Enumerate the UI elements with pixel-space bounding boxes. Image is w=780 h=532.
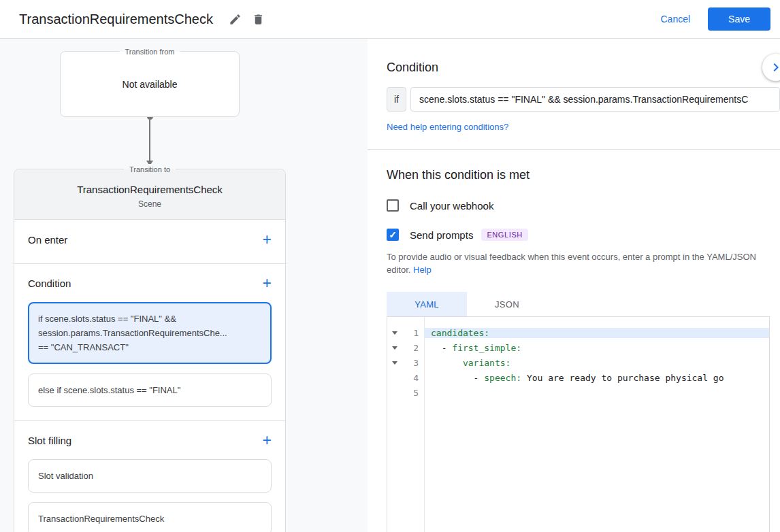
- fold-toggle[interactable]: [387, 346, 402, 350]
- editor-line[interactable]: 5: [387, 385, 769, 400]
- webhook-checkbox[interactable]: [387, 199, 399, 212]
- editor-line[interactable]: 3 variants:: [387, 355, 769, 370]
- actions-group: Cancel Save: [660, 7, 770, 31]
- conditions-help-link[interactable]: Need help entering conditions?: [387, 122, 508, 132]
- transition-to-label: Transition to: [124, 164, 176, 175]
- yaml-key-token: candidates:: [431, 328, 489, 338]
- fold-arrow-icon[interactable]: [392, 346, 397, 350]
- yaml-text-token: -: [431, 343, 452, 353]
- fold-toggle[interactable]: [387, 331, 402, 335]
- add-slot-button[interactable]: +: [263, 433, 272, 448]
- code-line-content[interactable]: - first_simple:: [424, 343, 769, 353]
- save-button[interactable]: Save: [708, 7, 770, 31]
- slot-item-list: Slot validationTransactionRequirementsCh…: [28, 459, 272, 532]
- editor-line[interactable]: 4 - speech: You are ready to purchase ph…: [387, 370, 769, 385]
- cancel-button[interactable]: Cancel: [660, 14, 690, 24]
- condition-panel: Condition if Need help entering conditio…: [368, 39, 780, 532]
- transition-from-box: Transition from Not available: [60, 51, 240, 117]
- scene-card-header[interactable]: TransactionRequirementsCheck Scene: [14, 169, 285, 220]
- arrow-line: [149, 120, 150, 161]
- editor-line[interactable]: 2 - first_simple:: [387, 340, 769, 355]
- condition-section: Condition + if scene.slots.status == "FI…: [14, 264, 285, 421]
- transition-from-value: Not available: [123, 79, 178, 90]
- transition-from-label: Transition from: [120, 46, 180, 57]
- editor-line-list: 1candidates:2 - first_simple:3 variants:…: [387, 325, 769, 400]
- send-prompts-label: Send prompts: [410, 229, 473, 241]
- line-number: 4: [402, 373, 424, 383]
- webhook-row[interactable]: Call your webhook: [387, 199, 780, 212]
- condition-heading: Condition: [387, 61, 780, 75]
- code-line-content[interactable]: - speech: You are ready to purchase phys…: [424, 373, 769, 383]
- page-title: TransactionRequirementsCheck: [19, 12, 213, 27]
- prompt-hint-text: To provide audio or visual feedback when…: [387, 252, 756, 275]
- code-editor[interactable]: 1candidates:2 - first_simple:3 variants:…: [387, 316, 770, 532]
- app-root: TransactionRequirementsCheck Cancel Save…: [0, 0, 780, 532]
- fold-toggle[interactable]: [387, 361, 402, 365]
- condition-section-label: Condition: [28, 278, 71, 289]
- condition-expression-row: if: [387, 87, 780, 112]
- scene-title: TransactionRequirementsCheck: [25, 184, 274, 195]
- condition-input[interactable]: [410, 87, 780, 112]
- yaml-text-token: -: [431, 373, 484, 383]
- if-label: if: [387, 87, 406, 112]
- condition-item[interactable]: else if scene.slots.status == "FINAL": [28, 373, 272, 407]
- line-number: 3: [402, 358, 424, 368]
- on-enter-section: On enter +: [14, 220, 285, 264]
- section-divider: [368, 149, 780, 150]
- editor-line[interactable]: 1candidates:: [387, 325, 769, 340]
- chevron-right-icon: [768, 59, 780, 76]
- yaml-text-token: You are ready to purchase physical go: [521, 373, 724, 383]
- send-prompts-row[interactable]: ✓ Send prompts ENGLISH: [387, 229, 780, 241]
- prompt-hint: To provide audio or visual feedback when…: [387, 250, 780, 276]
- line-number: 1: [402, 328, 424, 338]
- slot-filling-label: Slot filling: [28, 435, 71, 446]
- send-prompts-checkbox[interactable]: ✓: [387, 229, 399, 241]
- yaml-key-token: variants:: [463, 358, 510, 368]
- fold-arrow-icon[interactable]: [392, 361, 397, 365]
- delete-scene-button[interactable]: [247, 7, 270, 31]
- slot-filling-item[interactable]: Slot validation: [28, 459, 272, 493]
- yaml-key-token: speech:: [484, 373, 521, 383]
- add-condition-button[interactable]: +: [263, 276, 272, 291]
- help-link[interactable]: Help: [413, 265, 432, 275]
- line-number: 2: [402, 343, 424, 353]
- condition-item-list: if scene.slots.status == "FINAL" && sess…: [28, 302, 272, 407]
- slot-filling-item[interactable]: TransactionRequirementsCheck: [28, 502, 272, 532]
- add-on-enter-button[interactable]: +: [263, 232, 272, 248]
- top-bar: TransactionRequirementsCheck Cancel Save: [0, 0, 780, 39]
- language-badge: ENGLISH: [481, 229, 528, 241]
- code-line-content[interactable]: variants:: [424, 358, 769, 368]
- trash-icon: [252, 13, 265, 26]
- editor-tabs: YAMLJSON: [387, 292, 780, 316]
- pencil-icon: [229, 13, 242, 26]
- transition-arrow: [60, 117, 240, 166]
- fold-arrow-icon[interactable]: [392, 331, 397, 335]
- on-enter-label: On enter: [28, 234, 67, 246]
- scene-graph-pane: Transition from Not available Transition…: [0, 39, 368, 532]
- collapse-panel-button[interactable]: [762, 54, 780, 81]
- condition-item[interactable]: if scene.slots.status == "FINAL" && sess…: [28, 302, 272, 364]
- main-split: Transition from Not available Transition…: [0, 39, 780, 532]
- tab-json[interactable]: JSON: [467, 292, 547, 316]
- line-number: 5: [402, 388, 424, 398]
- yaml-text-token: [431, 358, 463, 368]
- title-group: TransactionRequirementsCheck: [19, 7, 270, 31]
- code-line-content[interactable]: candidates:: [424, 328, 769, 338]
- slot-filling-section: Slot filling + Slot validationTransactio…: [14, 421, 285, 532]
- tab-yaml[interactable]: YAML: [387, 292, 467, 316]
- webhook-label: Call your webhook: [410, 200, 493, 212]
- scene-subtitle: Scene: [25, 199, 274, 209]
- edit-title-button[interactable]: [224, 7, 247, 31]
- when-met-heading: When this condition is met: [387, 168, 780, 182]
- yaml-key-token: first_simple:: [452, 343, 521, 353]
- transition-to-card: Transition to TransactionRequirementsChe…: [14, 169, 286, 532]
